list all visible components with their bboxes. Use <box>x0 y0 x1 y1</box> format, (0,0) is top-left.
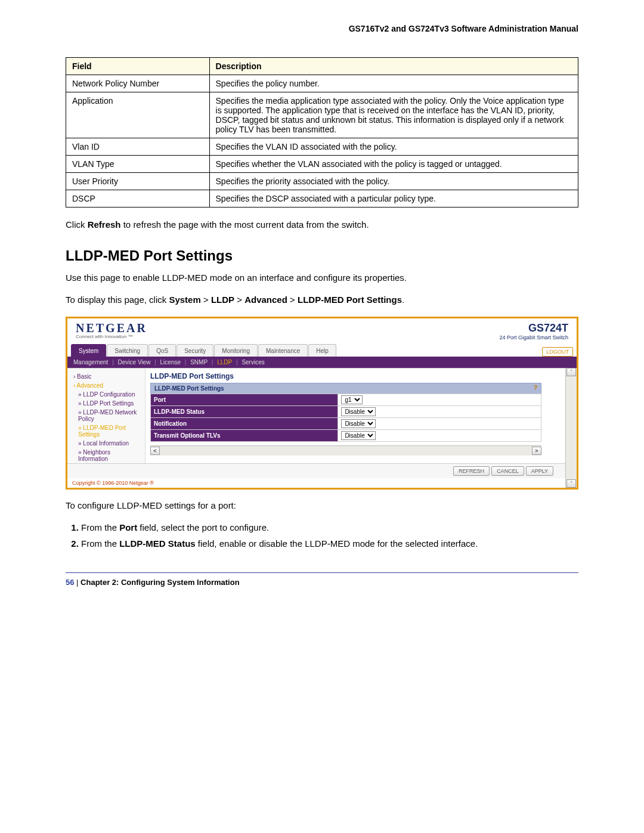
subtab-license[interactable]: License <box>160 359 181 366</box>
tab-maintenance[interactable]: Maintenance <box>258 344 308 357</box>
doc-header: GS716Tv2 and GS724Tv3 Software Administr… <box>66 24 578 33</box>
table-row: Vlan IDSpecifies the VLAN ID associated … <box>66 138 578 156</box>
notification-select[interactable]: Disable <box>341 419 376 428</box>
intro-paragraph: Use this page to enable LLDP-MED mode on… <box>66 272 578 283</box>
step-item: From the LLDP-MED Status field, enable o… <box>81 538 578 549</box>
tab-qos[interactable]: QoS <box>148 344 176 357</box>
field-cell: Network Policy Number <box>66 75 210 92</box>
step-item: From the Port field, select the port to … <box>81 522 578 532</box>
field-cell: Vlan ID <box>66 138 210 156</box>
cancel-button[interactable]: CANCEL <box>491 466 524 476</box>
panel-title: LLDP-MED Port Settings <box>145 368 565 383</box>
description-cell: Specifies the VLAN ID associated with th… <box>209 138 578 156</box>
sidebar-item-lldp-port-settings[interactable]: LLDP Port Settings <box>67 399 145 408</box>
setting-row: Transmit Optional TLVsDisable <box>151 430 541 442</box>
subtab-services[interactable]: Services <box>242 359 264 366</box>
setting-label: Port <box>151 394 338 406</box>
field-cell: Application <box>66 92 210 138</box>
logout-button[interactable]: LOGOUT <box>542 347 573 357</box>
settings-box-header: LLDP-MED Port Settings <box>154 385 224 392</box>
sidebar-item-neighbors-information[interactable]: Neighbors Information <box>67 448 145 463</box>
copyright: Copyright © 1996-2010 Netgear ® <box>67 478 565 488</box>
transmit-optional-tlvs-select[interactable]: Disable <box>341 431 376 440</box>
sidebar-item-lldp-configuration[interactable]: LLDP Configuration <box>67 390 145 399</box>
sidebar-item-advanced[interactable]: Advanced <box>67 381 145 390</box>
description-cell: Specifies the DSCP associated with a par… <box>209 190 578 208</box>
scroll-left-icon[interactable]: < <box>150 447 160 455</box>
setting-row: LLDP-MED StatusDisable <box>151 406 541 418</box>
scroll-right-icon[interactable]: > <box>532 447 541 455</box>
field-cell: VLAN Type <box>66 156 210 173</box>
sidebar-item-lldp-med-network-policy[interactable]: LLDP-MED Network Policy <box>67 408 145 423</box>
sidebar-item-basic[interactable]: Basic <box>67 372 145 381</box>
table-row: ApplicationSpecifies the media applicati… <box>66 92 578 138</box>
horizontal-scrollbar[interactable]: < > <box>150 445 541 456</box>
table-row: DSCPSpecifies the DSCP associated with a… <box>66 190 578 208</box>
vertical-scrollbar[interactable]: ˄ ˅ <box>565 368 577 488</box>
steps-list: From the Port field, select the port to … <box>66 522 578 549</box>
tab-help[interactable]: Help <box>308 344 336 357</box>
refresh-paragraph: Click Refresh to refresh the page with t… <box>66 219 578 230</box>
field-description-table: Field Description Network Policy NumberS… <box>66 57 578 208</box>
model-name: GS724T <box>499 322 568 335</box>
scroll-down-icon[interactable]: ˅ <box>566 479 576 488</box>
port-select[interactable]: g1 <box>341 395 363 404</box>
nav-path-paragraph: To display this page, click System > LLD… <box>66 295 578 305</box>
netgear-logo: NETGEAR <box>76 322 147 334</box>
table-row: VLAN TypeSpecifies whether the VLAN asso… <box>66 156 578 173</box>
field-cell: DSCP <box>66 190 210 208</box>
description-cell: Specifies the media application type ass… <box>209 92 578 138</box>
tab-monitoring[interactable]: Monitoring <box>214 344 258 357</box>
model-subtitle: 24 Port Gigabit Smart Switch <box>499 335 568 340</box>
tab-switching[interactable]: Switching <box>107 344 148 357</box>
section-heading: LLDP-MED Port Settings <box>66 247 578 264</box>
setting-row: NotificationDisable <box>151 418 541 430</box>
refresh-button[interactable]: REFRESH <box>453 466 490 476</box>
sub-tabbar: Management | Device View | License | SNM… <box>67 357 577 368</box>
help-icon[interactable]: ? <box>534 385 537 391</box>
configure-paragraph: To configure LLDP-MED settings for a por… <box>66 500 578 510</box>
apply-button[interactable]: APPLY <box>526 466 553 476</box>
tab-system[interactable]: System <box>71 344 106 357</box>
th-description: Description <box>209 58 578 75</box>
description-cell: Specifies the policy number. <box>209 75 578 92</box>
description-cell: Specifies the priority associated with t… <box>209 173 578 190</box>
sidebar-item-lldp-med-port-settings[interactable]: LLDP-MED Port Settings <box>67 423 145 439</box>
netgear-tagline: Connect with Innovation ™ <box>76 334 147 339</box>
subtab-device-view[interactable]: Device View <box>118 359 151 366</box>
footer-rule <box>66 572 578 573</box>
main-tabbar: SystemSwitchingQoSSecurityMonitoringMain… <box>67 342 577 357</box>
scroll-up-icon[interactable]: ˄ <box>566 368 576 376</box>
lldp-med-status-select[interactable]: Disable <box>341 407 376 416</box>
table-row: Network Policy NumberSpecifies the polic… <box>66 75 578 92</box>
table-row: User PrioritySpecifies the priority asso… <box>66 173 578 190</box>
description-cell: Specifies whether the VLAN associated wi… <box>209 156 578 173</box>
setting-label: Transmit Optional TLVs <box>151 430 338 442</box>
subtab-management[interactable]: Management <box>73 359 108 366</box>
action-button-row: REFRESHCANCELAPPLY <box>67 463 565 478</box>
subtab-lldp[interactable]: LLDP <box>217 359 232 366</box>
embedded-ui-screenshot: NETGEAR Connect with Innovation ™ GS724T… <box>66 317 578 490</box>
setting-label: Notification <box>151 418 338 430</box>
footer: 56 | Chapter 2: Configuring System Infor… <box>66 578 578 587</box>
sidebar: BasicAdvancedLLDP ConfigurationLLDP Port… <box>67 368 145 463</box>
settings-box: LLDP-MED Port Settings ? Portg1LLDP-MED … <box>150 383 541 442</box>
setting-label: LLDP-MED Status <box>151 406 338 418</box>
th-field: Field <box>66 58 210 75</box>
field-cell: User Priority <box>66 173 210 190</box>
subtab-snmp[interactable]: SNMP <box>190 359 208 366</box>
setting-row: Portg1 <box>151 394 541 406</box>
sidebar-item-local-information[interactable]: Local Information <box>67 439 145 448</box>
tab-security[interactable]: Security <box>177 344 213 357</box>
main-panel: LLDP-MED Port Settings LLDP-MED Port Set… <box>145 368 565 463</box>
